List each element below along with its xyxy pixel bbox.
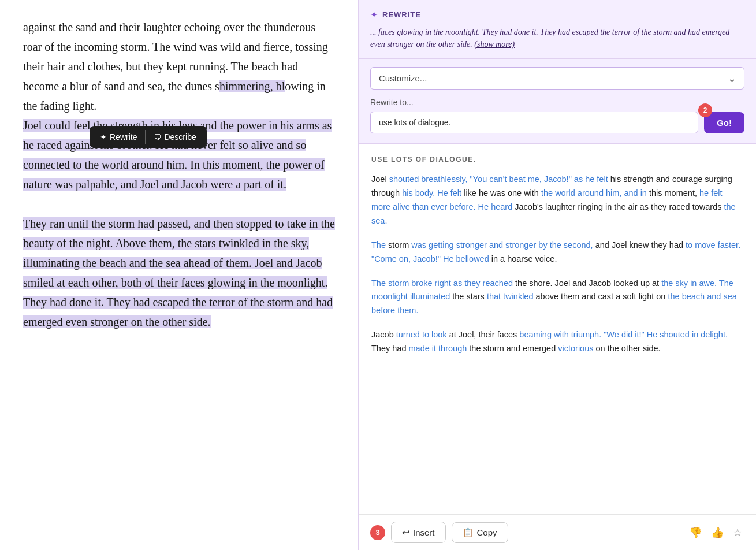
thumbs-down-button[interactable]: 👎 — [687, 524, 704, 541]
badge-2: 2 — [698, 103, 712, 117]
rp1-n3: like he was one with — [464, 188, 541, 198]
rp4-b3: made it through — [409, 344, 470, 353]
rewrite-popup-label: Rewrite — [110, 132, 137, 142]
rp3-n3: above them and cast a soft light on — [536, 292, 668, 301]
result-area: USE LOTS OF DIALOGUE. Joel shouted breat… — [359, 144, 756, 514]
rp3-n1: the shore. Joel and Jacob looked up at — [515, 278, 661, 288]
describe-popup-icon: 🗨 — [154, 133, 161, 142]
copy-icon: 📋 — [463, 527, 474, 538]
rp3-b1: The storm broke right as they reached — [371, 278, 515, 288]
rp2-n2: and Joel knew they had — [595, 240, 686, 250]
controls-area: Customize... ⌄ Rewrite to... 2 Go! — [359, 59, 756, 144]
result-instruction: USE LOTS OF DIALOGUE. — [371, 155, 743, 163]
rp3-n2: the stars — [452, 292, 487, 301]
rp3-b3: that twinkled — [487, 292, 536, 301]
describe-popup-btn[interactable]: 🗨 Describe — [148, 129, 202, 144]
popup-divider — [145, 130, 146, 144]
feedback-buttons: 👎 👍 ☆ — [687, 524, 744, 541]
rp4-b4: victorious — [558, 344, 595, 353]
insert-label: Insert — [413, 527, 435, 537]
rp4-n5: on the other side. — [596, 344, 661, 353]
show-more-link[interactable]: (show more) — [474, 40, 515, 49]
rp1-b3: the world around him, and in — [541, 188, 649, 198]
star-button[interactable]: ☆ — [731, 524, 744, 541]
rp2-n3: in a hoarse voice. — [491, 254, 557, 263]
rewrite-header-icon: ✦ — [370, 9, 378, 20]
rp4-n3: They had — [371, 344, 409, 353]
rp2-b1: The — [371, 240, 388, 250]
rp4-b2: beaming with triumph. "We did it!" He sh… — [519, 330, 728, 339]
rp1-b1: shouted breathlessly, "You can't beat me… — [389, 174, 610, 184]
result-para-3: The storm broke right as they reached th… — [371, 277, 743, 318]
copy-label: Copy — [477, 527, 497, 537]
rp1-n4: this moment, — [649, 188, 699, 198]
rp2-n1: storm — [388, 240, 411, 250]
rp1-b2: his body. He felt — [402, 188, 464, 198]
rewrite-to-label: Rewrite to... — [370, 98, 744, 107]
insert-icon: ↩ — [402, 527, 409, 538]
rp1-n5: Jacob's laughter ringing in the air as t… — [515, 202, 724, 211]
thumbs-up-button[interactable]: 👍 — [709, 524, 726, 541]
result-para-4: Jacob turned to look at Joel, their face… — [371, 328, 743, 356]
customize-select-wrapper: Customize... ⌄ — [370, 67, 744, 90]
action-bar: 3 ↩ Insert 📋 Copy 👎 👍 ☆ — [359, 514, 756, 550]
rewrite-preview-text: ... faces glowing in the moonlight. They… — [370, 28, 729, 49]
right-panel: ✦ REWRITE ... faces glowing in the moonl… — [358, 0, 756, 550]
rp4-n1: Jacob — [371, 330, 396, 339]
describe-popup-label: Describe — [164, 132, 196, 142]
rp4-n4: the storm and emerged — [469, 344, 558, 353]
rp2-b2: was getting stronger and stronger by the… — [411, 240, 595, 250]
badge-3: 3 — [370, 525, 385, 540]
rewrite-preview: ... faces glowing in the moonlight. They… — [370, 26, 744, 50]
left-panel: against the sand and their laughter echo… — [0, 0, 358, 550]
rewrite-popup-icon: ✦ — [100, 132, 107, 142]
rewrite-to-row: 2 Go! — [370, 112, 744, 133]
copy-button[interactable]: 📋 Copy — [452, 522, 508, 543]
paragraph3: They ran until the storm had passed, and… — [23, 217, 335, 328]
rewrite-popup-btn[interactable]: ✦ Rewrite — [94, 129, 143, 144]
rewrite-to-input[interactable] — [370, 112, 698, 133]
rp4-n2: at Joel, their faces — [449, 330, 520, 339]
insert-button[interactable]: ↩ Insert — [391, 522, 446, 543]
text-highlighted-mid: himmering, bl — [219, 80, 285, 92]
result-para-2: The storm was getting stronger and stron… — [371, 239, 743, 266]
rp1-n1: Joel — [371, 174, 389, 184]
text-popup: ✦ Rewrite 🗨 Describe — [90, 126, 207, 148]
rp4-b1: turned to look — [396, 330, 449, 339]
customize-select[interactable]: Customize... — [370, 67, 744, 90]
rewrite-header: ✦ REWRITE ... faces glowing in the moonl… — [359, 0, 756, 59]
result-para-1: Joel shouted breathlessly, "You can't be… — [371, 173, 743, 228]
rewrite-header-title: REWRITE — [382, 10, 421, 19]
